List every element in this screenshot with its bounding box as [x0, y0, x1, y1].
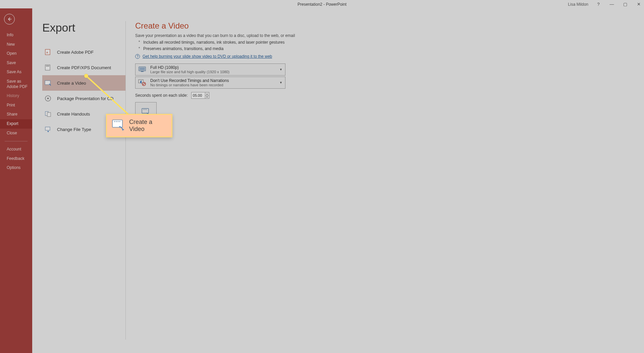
nav-item-export[interactable]: Export: [0, 119, 32, 129]
back-button[interactable]: [4, 14, 15, 25]
export-option-icon: [44, 79, 52, 87]
nav-item-save[interactable]: Save: [0, 58, 32, 68]
svg-rect-22: [112, 120, 122, 127]
svg-point-7: [47, 98, 49, 99]
bullet-item: Preserves animations, transitions, and m…: [139, 46, 644, 52]
quality-sub: Large file size and full high quality (1…: [150, 70, 229, 74]
svg-point-18: [143, 109, 144, 110]
back-arrow-icon: [7, 16, 12, 22]
close-button[interactable]: ✕: [635, 2, 642, 7]
nav-item-feedback[interactable]: Feedback: [0, 154, 32, 164]
svg-text:A: A: [46, 51, 48, 54]
svg-point-19: [145, 109, 145, 110]
seconds-spinner[interactable]: ▲ ▼: [191, 92, 209, 99]
minimize-button[interactable]: —: [608, 2, 615, 7]
spinner-up[interactable]: ▲: [205, 92, 209, 96]
nav-item-close[interactable]: Close: [0, 129, 32, 138]
svg-rect-13: [141, 71, 144, 72]
nav-item-account[interactable]: Account: [0, 145, 32, 154]
svg-point-23: [114, 121, 115, 122]
nav-item-history[interactable]: History: [0, 91, 32, 101]
help-link[interactable]: Get help burning your slide show video t…: [143, 54, 272, 59]
callout-anchor-dot: [84, 74, 88, 78]
quality-dropdown[interactable]: Full HD (1080p) Large file size and full…: [135, 63, 285, 76]
section-heading: Create a Video: [135, 21, 644, 31]
window-title: Presentation2 - PowerPoint: [298, 2, 346, 7]
help-icon: ?: [135, 54, 140, 59]
callout-tooltip: Create a Video: [106, 114, 172, 137]
spinner-down[interactable]: ▼: [205, 96, 209, 99]
help-button[interactable]: ?: [595, 2, 602, 7]
timings-dropdown[interactable]: Don't Use Recorded Timings and Narration…: [135, 77, 285, 89]
export-option-label: Create Adobe PDF: [57, 50, 94, 55]
maximize-button[interactable]: ▢: [622, 2, 629, 7]
export-option-create-pdf-xps-document[interactable]: Create PDF/XPS Document: [42, 60, 125, 75]
timings-sub: No timings or narrations have been recor…: [150, 83, 229, 87]
timings-title: Don't Use Recorded Timings and Narration…: [150, 78, 229, 83]
callout-label: Create a Video: [129, 119, 167, 133]
nav-item-print[interactable]: Print: [0, 101, 32, 110]
export-option-package-presentation-for-cd[interactable]: Package Presentation for CD: [42, 91, 125, 106]
monitor-icon: [138, 65, 146, 74]
export-option-icon: [44, 95, 52, 102]
export-option-create-adobe-pdf[interactable]: ACreate Adobe PDF: [42, 44, 125, 60]
export-option-label: Create PDF/XPS Document: [57, 65, 111, 70]
nav-item-save-as[interactable]: Save As: [0, 68, 32, 77]
export-option-label: Package Presentation for CD: [57, 96, 113, 101]
export-option-label: Change File Type: [57, 127, 91, 132]
nav-item-save-as-adobe-pdf[interactable]: Save as Adobe PDF: [0, 77, 32, 91]
section-description: Save your presentation as a video that y…: [135, 33, 644, 38]
svg-rect-10: [45, 127, 50, 130]
quality-title: Full HD (1080p): [150, 65, 229, 70]
export-option-create-a-video[interactable]: Create a Video: [42, 75, 125, 91]
svg-rect-4: [46, 65, 49, 67]
export-option-icon: A: [44, 48, 52, 56]
bullet-item: Includes all recorded timings, narration…: [139, 39, 644, 46]
main-panel: Export ACreate Adobe PDFCreate PDF/XPS D…: [32, 8, 644, 353]
narration-disabled-icon: [138, 79, 146, 87]
video-icon: [112, 119, 124, 132]
svg-point-20: [146, 109, 147, 110]
svg-line-16: [143, 83, 145, 85]
user-name[interactable]: Lisa Mildon: [568, 2, 588, 7]
nav-item-options[interactable]: Options: [0, 163, 32, 173]
export-option-icon: [44, 126, 52, 133]
nav-item-info[interactable]: Info: [0, 31, 32, 40]
export-option-icon: [44, 64, 52, 71]
title-bar: Presentation2 - PowerPoint Lisa Mildon ?…: [0, 0, 644, 8]
nav-item-share[interactable]: Share: [0, 110, 32, 119]
export-option-icon: [44, 110, 52, 118]
export-option-label: Create Handouts: [57, 112, 90, 117]
seconds-label: Seconds spent on each slide:: [135, 93, 188, 98]
nav-item-new[interactable]: New: [0, 40, 32, 49]
svg-point-26: [119, 121, 120, 122]
export-option-label: Create a Video: [57, 81, 86, 86]
svg-rect-17: [142, 108, 149, 113]
seconds-input[interactable]: [192, 92, 205, 98]
chevron-down-icon: ▼: [279, 81, 282, 84]
svg-rect-12: [140, 68, 145, 70]
backstage-sidebar: InfoNewOpenSaveSave AsSave as Adobe PDFH…: [0, 8, 32, 353]
page-title: Export: [42, 21, 125, 34]
chevron-down-icon: ▼: [279, 68, 282, 71]
svg-point-24: [116, 121, 117, 122]
nav-item-open[interactable]: Open: [0, 49, 32, 58]
svg-rect-9: [47, 113, 51, 117]
svg-point-25: [118, 121, 119, 122]
